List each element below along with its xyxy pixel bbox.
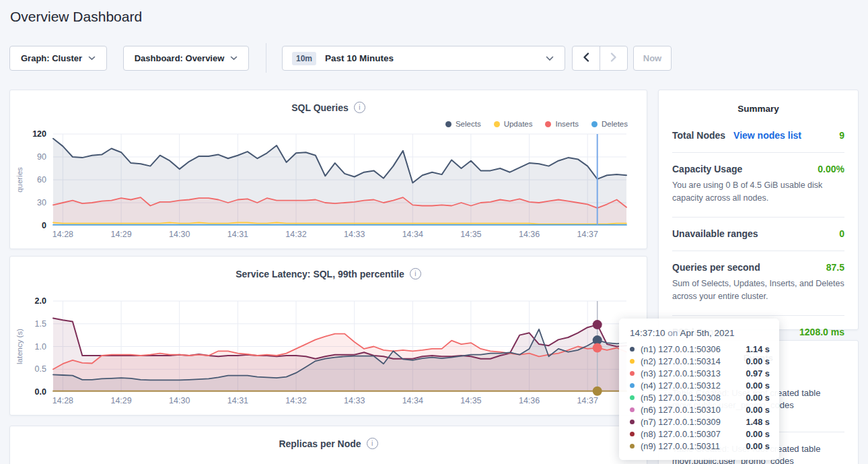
queries-per-second-label: Queries per second	[672, 262, 760, 273]
tooltip-node-label: (n2) 127.0.0.1:50314	[641, 356, 746, 366]
replicas-per-node-card: Replicas per Node i	[9, 426, 647, 464]
tooltip-node-value: 0.97 s	[746, 368, 770, 378]
info-icon[interactable]: i	[367, 438, 378, 449]
time-range-selector[interactable]: 10m Past 10 Minutes	[282, 46, 565, 71]
tooltip-row: (n6) 127.0.0.1:503100.00 s	[630, 403, 770, 416]
toolbar-divider	[266, 43, 266, 73]
tooltip-node-value: 1.48 s	[746, 417, 770, 427]
tooltip-row: (n2) 127.0.0.1:503140.00 s	[630, 355, 770, 367]
page-title: Overview Dashboard	[10, 9, 142, 25]
svg-text:14:37: 14:37	[577, 396, 598, 405]
node-color-dot-icon	[630, 432, 635, 436]
capacity-usage-description: You are using 0 B of 4.5 GiB usable disk…	[659, 174, 858, 205]
svg-text:14:31: 14:31	[227, 396, 248, 405]
svg-text:30: 30	[37, 198, 46, 207]
graph-selector-dropdown[interactable]: Graph: Cluster	[9, 46, 107, 71]
svg-text:14:37: 14:37	[577, 230, 598, 239]
tooltip-node-value: 0.00 s	[746, 393, 770, 403]
svg-text:14:29: 14:29	[110, 396, 131, 405]
svg-text:1.5: 1.5	[35, 319, 46, 329]
tooltip-row: (n8) 127.0.0.1:503070.00 s	[630, 428, 770, 440]
queries-per-second-description: Sum of Selects, Updates, Inserts, and De…	[659, 273, 858, 304]
svg-text:0.0: 0.0	[35, 387, 46, 397]
time-range-badge: 10m	[292, 52, 316, 65]
chevron-down-icon	[88, 56, 96, 61]
replicas-chart-title: Replicas per Node i	[10, 426, 647, 449]
tooltip-row: (n3) 127.0.0.1:503130.97 s	[630, 367, 770, 379]
summary-title: Summary	[659, 90, 858, 114]
svg-text:14:35: 14:35	[460, 396, 481, 405]
svg-text:120: 120	[32, 129, 46, 139]
svg-text:14:30: 14:30	[169, 396, 190, 405]
tooltip-timestamp: 14:37:10 on Apr 5th, 2021	[630, 328, 770, 338]
tooltip-node-label: (n1) 127.0.0.1:50306	[641, 344, 746, 354]
node-color-dot-icon	[630, 371, 635, 376]
tooltip-row: (n4) 127.0.0.1:503120.00 s	[630, 379, 770, 391]
tooltip-time: 14:37:10	[630, 328, 665, 338]
service-latency-card: Service Latency: SQL, 99th percentile i …	[9, 256, 647, 416]
time-forward-button[interactable]	[600, 46, 627, 70]
now-button[interactable]: Now	[633, 46, 672, 71]
graph-selector-label: Graph: Cluster	[21, 53, 82, 63]
tooltip-node-label: (n9) 127.0.0.1:50311	[641, 441, 746, 451]
svg-text:14:35: 14:35	[460, 230, 481, 239]
svg-text:60: 60	[37, 175, 46, 185]
tooltip-node-value: 0.00 s	[746, 356, 770, 366]
node-color-dot-icon	[630, 444, 635, 449]
chevron-right-icon	[610, 53, 617, 64]
divider	[672, 251, 844, 251]
divider	[672, 217, 844, 218]
svg-text:14:32: 14:32	[285, 396, 306, 405]
tooltip-node-value: 0.00 s	[746, 405, 770, 415]
replicas-title-text: Replicas per Node	[279, 438, 361, 449]
tooltip-row: (n1) 127.0.0.1:503061.14 s	[630, 343, 770, 355]
tooltip-row: (n9) 127.0.0.1:503110.00 s	[630, 440, 770, 452]
queries-per-second-value: 87.5	[826, 262, 844, 273]
svg-text:14:28: 14:28	[52, 396, 73, 405]
svg-text:14:28: 14:28	[52, 230, 73, 239]
svg-text:0.5: 0.5	[35, 364, 46, 374]
sql-queries-chart[interactable]: 030609012014:2814:2914:3014:3114:3214:33…	[10, 90, 647, 247]
svg-text:14:31: 14:31	[227, 230, 248, 239]
svg-text:14:34: 14:34	[402, 396, 423, 405]
tooltip-node-label: (n8) 127.0.0.1:50307	[641, 429, 746, 439]
svg-text:14:32: 14:32	[285, 230, 306, 239]
svg-text:2.0: 2.0	[35, 296, 46, 306]
summary-panel: Summary Total Nodes View nodes list 9 Ca…	[658, 90, 859, 330]
svg-text:14:36: 14:36	[519, 396, 540, 405]
tooltip-node-value: 1.14 s	[746, 344, 770, 354]
tooltip-node-label: (n6) 127.0.0.1:50310	[641, 405, 746, 415]
chevron-down-icon	[546, 56, 554, 61]
tooltip-row: (n5) 127.0.0.1:503080.00 s	[630, 391, 770, 403]
svg-text:14:30: 14:30	[169, 230, 190, 239]
svg-text:latency (s): latency (s)	[15, 329, 24, 364]
tooltip-node-value: 0.00 s	[746, 380, 770, 391]
tooltip-node-label: (n7) 127.0.0.1:50309	[641, 417, 746, 427]
chart-tooltip: 14:37:10 on Apr 5th, 2021 (n1) 127.0.0.1…	[619, 319, 779, 460]
service-latency-chart[interactable]: 0.00.51.01.52.014:2814:2914:3014:3114:32…	[10, 257, 647, 413]
tooltip-node-value: 0.00 s	[746, 429, 770, 439]
tooltip-rows: (n1) 127.0.0.1:503061.14 s(n2) 127.0.0.1…	[630, 343, 770, 452]
svg-text:14:33: 14:33	[344, 230, 365, 239]
time-back-button[interactable]	[573, 46, 600, 70]
divider	[672, 152, 844, 153]
svg-text:14:36: 14:36	[519, 230, 540, 239]
tooltip-node-label: (n4) 127.0.0.1:50312	[641, 380, 746, 391]
chevron-left-icon	[583, 53, 589, 64]
unavailable-ranges-label: Unavailable ranges	[672, 228, 758, 239]
view-nodes-list-link[interactable]: View nodes list	[733, 130, 801, 141]
node-color-dot-icon	[630, 383, 635, 388]
svg-text:14:34: 14:34	[402, 230, 423, 239]
svg-text:90: 90	[37, 152, 46, 162]
tooltip-node-value: 0.00 s	[746, 441, 770, 451]
now-button-label: Now	[643, 53, 661, 63]
tooltip-node-label: (n5) 127.0.0.1:50308	[641, 393, 746, 403]
tooltip-node-label: (n3) 127.0.0.1:50313	[641, 368, 746, 378]
capacity-usage-label: Capacity Usage	[672, 164, 742, 174]
svg-text:1.0: 1.0	[35, 342, 46, 352]
dashboard-selector-label: Dashboard: Overview	[135, 53, 225, 63]
sql-queries-card: SQL Queries i SelectsUpdatesInsertsDelet…	[9, 90, 647, 249]
svg-text:14:29: 14:29	[110, 230, 131, 239]
dashboard-selector-dropdown[interactable]: Dashboard: Overview	[123, 46, 249, 71]
tooltip-row: (n7) 127.0.0.1:503091.48 s	[630, 416, 770, 428]
